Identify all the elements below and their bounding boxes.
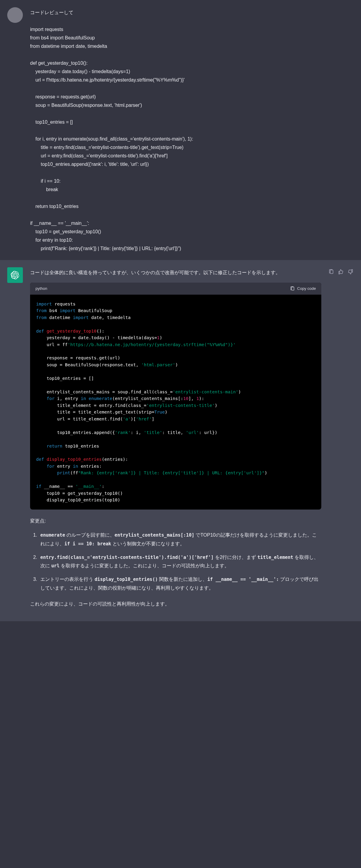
changes-heading: 変更点: <box>30 517 321 525</box>
inline-code: display_top10_entries() <box>95 577 158 582</box>
list-item: エントリーの表示を行う display_top10_entries() 関数を新… <box>38 575 321 593</box>
assistant-avatar <box>7 267 23 283</box>
thumbs-up-icon <box>338 269 343 275</box>
inline-code: if __name__ == '__main__': <box>207 577 279 582</box>
inline-code: if i == 10: break <box>64 541 111 547</box>
list-item: entry.find(class_='entrylist-contents-ti… <box>38 553 321 571</box>
code-block: python Copy code import requests from bs… <box>30 283 321 509</box>
clipboard-icon <box>290 286 295 291</box>
user-code: import requests from bs4 import Beautifu… <box>30 27 193 251</box>
assistant-message: コードは全体的に良い構造を持っていますが、いくつかの点で改善が可能です。以下に修… <box>0 260 361 621</box>
copy-label: Copy code <box>297 286 316 292</box>
inline-code: entry.find(class_='entrylist-contents-ti… <box>40 555 214 560</box>
user-message: コードレビューして import requests from bs4 impor… <box>0 0 361 260</box>
code-lang-label: python <box>35 286 47 292</box>
svg-rect-0 <box>292 287 294 290</box>
svg-rect-1 <box>330 270 333 274</box>
inline-code: entrylist_contents_mains[:10] <box>114 532 194 538</box>
user-prompt: コードレビューして <box>30 10 73 15</box>
copy-button[interactable] <box>329 269 334 275</box>
assistant-outro: これらの変更により、コードの可読性と再利用性が向上します。 <box>30 600 321 608</box>
inline-code: enumerate <box>40 532 65 538</box>
code-body[interactable]: import requests from bs4 import Beautifu… <box>30 294 321 509</box>
copy-code-button[interactable]: Copy code <box>290 286 316 292</box>
thumbs-down-button[interactable] <box>348 269 354 275</box>
user-avatar <box>7 7 23 23</box>
user-text: コードレビューして import requests from bs4 impor… <box>30 8 337 253</box>
message-actions <box>329 267 354 614</box>
changes-list: enumerate のループを回す前に、entrylist_contents_m… <box>30 531 321 593</box>
assistant-intro: コードは全体的に良い構造を持っていますが、いくつかの点で改善が可能です。以下に修… <box>30 269 321 277</box>
code-header: python Copy code <box>30 283 321 294</box>
clipboard-icon <box>329 269 334 275</box>
assistant-content: コードは全体的に良い構造を持っていますが、いくつかの点で改善が可能です。以下に修… <box>30 267 321 614</box>
inline-code: url <box>51 563 59 568</box>
inline-code: title_element <box>258 555 293 560</box>
user-content: コードレビューして import requests from bs4 impor… <box>30 7 337 253</box>
list-item: enumerate のループを回す前に、entrylist_contents_m… <box>38 531 321 548</box>
thumbs-down-icon <box>348 269 353 275</box>
thumbs-up-button[interactable] <box>338 269 344 275</box>
openai-icon <box>11 271 19 279</box>
